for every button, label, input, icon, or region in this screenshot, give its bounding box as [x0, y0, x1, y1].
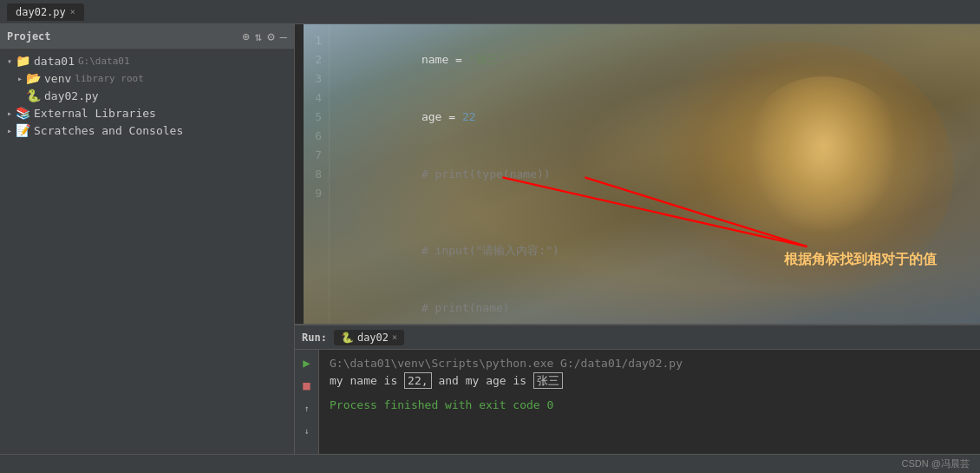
python-icon-day02py: 🐍	[26, 89, 41, 102]
tab-label: day02.py	[16, 6, 66, 18]
code-line-3: # print(type(name))	[340, 146, 970, 203]
run-controls: ▶ ■ ↑ ↓	[295, 350, 319, 454]
tree-label-venv: venv	[44, 72, 71, 85]
run-output-line: my name is 22, and my age is 张三	[330, 372, 970, 390]
tree-label-scratches: Scratches and Consoles	[34, 124, 183, 137]
sidebar-header: Project ⊕ ⇅ ⚙ —	[0, 24, 294, 49]
run-panel: Run: 🐍 day02 × ▶ ■ ↑ ↓ G:\data01\venv\Sc…	[295, 324, 980, 454]
run-play-button[interactable]: ▶	[299, 355, 315, 371]
run-body: ▶ ■ ↑ ↓ G:\data01\venv\Scripts\python.ex…	[295, 350, 980, 454]
minimize-icon[interactable]: —	[280, 30, 287, 43]
run-output[interactable]: G:\data01\venv\Scripts\python.exe G:/dat…	[319, 350, 980, 454]
file-tab-day02[interactable]: day02.py ×	[7, 3, 84, 21]
tree-label-extlibs: External Libraries	[34, 107, 156, 120]
code-editor[interactable]: 123456789 name = "张三" age = 22 # print(t…	[295, 24, 980, 324]
sidebar-toolbar: ⊕ ⇅ ⚙ —	[242, 30, 287, 43]
lib-icon-extlibs: 📚	[16, 106, 30, 120]
sidebar: Project ⊕ ⇅ ⚙ — ▾ 📁 data01 G:\data01 ▸ 📂…	[0, 24, 295, 454]
sidebar-title: Project	[7, 30, 51, 43]
code-line-4	[340, 203, 970, 222]
tab-bar: day02.py ×	[7, 3, 84, 21]
code-area: 123456789 name = "张三" age = 22 # print(t…	[295, 24, 980, 454]
arrow-data01: ▾	[7, 56, 12, 66]
code-line-2: age = 22	[340, 89, 970, 146]
arrow-extlibs: ▸	[7, 108, 12, 118]
folder-icon-data01: 📁	[16, 54, 30, 68]
watermark: CSDN @冯晨芸	[902, 457, 970, 470]
tree-label-data01: data01	[34, 55, 75, 68]
run-scroll-down-button[interactable]: ↓	[299, 423, 315, 438]
tree-item-scratches[interactable]: ▸ 📝 Scratches and Consoles	[0, 122, 294, 139]
tree-item-data01[interactable]: ▾ 📁 data01 G:\data01	[0, 52, 294, 69]
tree-item-day02py[interactable]: 🐍 day02.py	[0, 87, 294, 104]
arrow-scratches: ▸	[7, 126, 12, 135]
main-area: Project ⊕ ⇅ ⚙ — ▾ 📁 data01 G:\data01 ▸ 📂…	[0, 24, 980, 454]
code-line-1: name = "张三"	[340, 31, 970, 89]
title-bar: day02.py ×	[0, 0, 980, 24]
scratch-icon: 📝	[16, 123, 30, 137]
tree-item-extlibs[interactable]: ▸ 📚 External Libraries	[0, 104, 294, 122]
line-numbers: 123456789	[295, 24, 330, 324]
arrow-day02py	[17, 91, 23, 101]
bottom-bar: CSDN @冯晨芸	[0, 454, 980, 473]
run-header: Run: 🐍 day02 ×	[295, 325, 980, 350]
run-stop-button[interactable]: ■	[299, 378, 315, 393]
tree-badge-venv: library root	[75, 73, 143, 84]
folder-icon-venv: 📂	[26, 71, 41, 85]
run-label: Run:	[302, 332, 327, 344]
run-tab-label: day02	[357, 332, 389, 344]
annotation-text: 根据角标找到相对于的值	[784, 250, 937, 269]
run-tab-icon: 🐍	[341, 332, 354, 344]
settings-icon[interactable]: ⚙	[267, 30, 274, 43]
tree-label-day02py: day02.py	[44, 89, 99, 102]
arrow-venv: ▸	[17, 74, 23, 83]
code-line-6: # print(name)	[340, 279, 970, 324]
code-lines: name = "张三" age = 22 # print(type(name))…	[340, 31, 970, 324]
tree-badge-data01: G:\data01	[78, 56, 130, 67]
tab-close-icon[interactable]: ×	[70, 7, 75, 16]
run-path-line: G:\data01\venv\Scripts\python.exe G:/dat…	[330, 355, 970, 372]
code-content[interactable]: name = "张三" age = 22 # print(type(name))…	[330, 24, 980, 324]
tree-item-venv[interactable]: ▸ 📂 venv library root	[0, 69, 294, 87]
run-scroll-top-button[interactable]: ↑	[299, 400, 315, 416]
run-tab-day02[interactable]: 🐍 day02 ×	[334, 330, 404, 345]
add-icon[interactable]: ⊕	[242, 30, 249, 43]
run-tab-close-icon[interactable]: ×	[392, 332, 397, 342]
project-tree: ▾ 📁 data01 G:\data01 ▸ 📂 venv library ro…	[0, 49, 294, 454]
sync-icon[interactable]: ⇅	[255, 30, 262, 43]
run-finished-line: Process finished with exit code 0	[330, 397, 970, 414]
